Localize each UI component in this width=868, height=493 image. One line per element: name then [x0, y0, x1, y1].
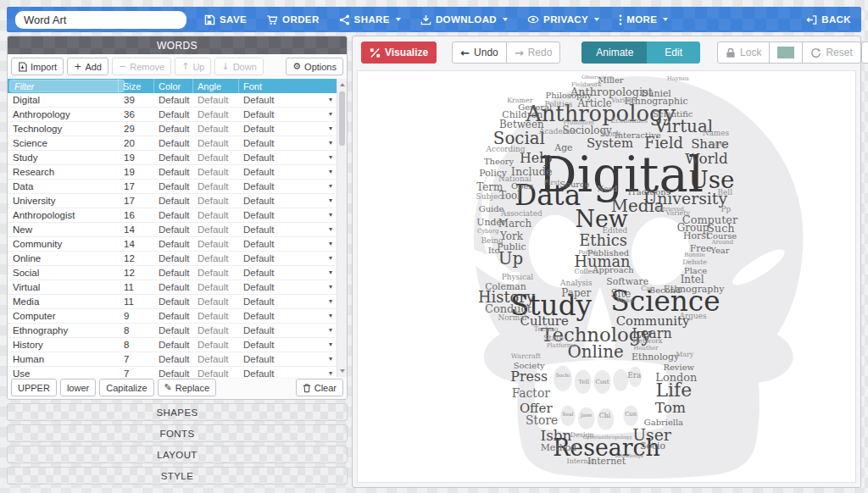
- share-button[interactable]: SHARE: [337, 11, 403, 29]
- font-dropdown-caret[interactable]: ▾: [329, 208, 332, 222]
- edit-button[interactable]: Edit: [647, 42, 700, 64]
- color-cell[interactable]: Default: [153, 367, 192, 377]
- angle-cell[interactable]: Default: [192, 338, 238, 352]
- angle-cell[interactable]: Default: [192, 252, 238, 265]
- table-row[interactable]: Computer9DefaultDefaultDefault▾: [8, 309, 337, 324]
- angle-cell[interactable]: Default: [192, 309, 238, 323]
- angle-cell[interactable]: Default: [192, 151, 238, 164]
- color-cell[interactable]: Default: [153, 108, 192, 121]
- font-cell[interactable]: Default▾: [238, 324, 337, 337]
- section-fonts[interactable]: FONTS: [7, 424, 348, 442]
- font-dropdown-caret[interactable]: ▾: [329, 194, 332, 208]
- angle-cell[interactable]: Default: [192, 352, 238, 366]
- print-button[interactable]: Print: [861, 42, 868, 64]
- table-row[interactable]: Anthropology36DefaultDefaultDefault▾: [8, 108, 337, 122]
- font-cell[interactable]: Default▾: [238, 165, 337, 179]
- angle-cell[interactable]: Default: [192, 194, 238, 208]
- angle-cell[interactable]: Default: [192, 223, 238, 236]
- font-cell[interactable]: Default▾: [238, 108, 337, 121]
- font-dropdown-caret[interactable]: ▾: [329, 180, 332, 193]
- font-cell[interactable]: Default▾: [238, 309, 337, 323]
- color-cell[interactable]: Default: [153, 194, 192, 208]
- section-shapes[interactable]: SHAPES: [7, 403, 348, 421]
- scrollbar-thumb[interactable]: [339, 91, 345, 146]
- more-button[interactable]: MORE: [617, 11, 670, 29]
- font-cell[interactable]: Default▾: [238, 367, 337, 377]
- table-scrollbar[interactable]: [337, 79, 347, 377]
- table-row[interactable]: University17DefaultDefaultDefault▾: [8, 194, 337, 208]
- font-dropdown-caret[interactable]: ▾: [329, 309, 332, 323]
- scrollbar-up-arrow[interactable]: [337, 80, 347, 90]
- remove-button[interactable]: −Remove: [112, 58, 171, 75]
- angle-cell[interactable]: Default: [192, 208, 238, 222]
- table-row[interactable]: Anthropologist16DefaultDefaultDefault▾: [8, 208, 337, 223]
- font-dropdown-caret[interactable]: ▾: [329, 352, 332, 366]
- save-button[interactable]: SAVE: [203, 11, 248, 29]
- uppercase-button[interactable]: UPPER: [11, 379, 57, 396]
- color-cell[interactable]: Default: [153, 136, 192, 150]
- back-button[interactable]: BACK: [804, 11, 853, 29]
- font-dropdown-caret[interactable]: ▾: [329, 151, 332, 164]
- font-cell[interactable]: Default▾: [238, 295, 337, 308]
- font-cell[interactable]: Default▾: [238, 338, 337, 352]
- angle-cell[interactable]: Default: [192, 122, 238, 136]
- font-dropdown-caret[interactable]: ▾: [329, 237, 332, 251]
- font-dropdown-caret[interactable]: ▾: [329, 223, 332, 236]
- table-row[interactable]: Technology29DefaultDefaultDefault▾: [8, 122, 337, 136]
- color-cell[interactable]: Default: [153, 122, 192, 136]
- table-row[interactable]: Study19DefaultDefaultDefault▾: [8, 151, 337, 165]
- color-swatch-button[interactable]: [769, 42, 803, 64]
- color-cell[interactable]: Default: [153, 309, 192, 323]
- color-cell[interactable]: Default: [153, 208, 192, 222]
- font-dropdown-caret[interactable]: ▾: [329, 122, 332, 136]
- table-row[interactable]: Social12DefaultDefaultDefault▾: [8, 266, 337, 280]
- color-cell[interactable]: Default: [153, 280, 192, 294]
- table-row[interactable]: Human7DefaultDefaultDefault▾: [8, 352, 337, 367]
- table-row[interactable]: Science20DefaultDefaultDefault▾: [8, 136, 337, 151]
- font-cell[interactable]: Default▾: [238, 237, 337, 251]
- lowercase-button[interactable]: lower: [60, 379, 96, 396]
- font-dropdown-caret[interactable]: ▾: [329, 367, 332, 377]
- font-cell[interactable]: Default▾: [238, 151, 337, 164]
- table-row[interactable]: History8DefaultDefaultDefault▾: [8, 338, 337, 352]
- angle-cell[interactable]: Default: [192, 266, 238, 280]
- clear-button[interactable]: Clear: [296, 379, 343, 396]
- table-row[interactable]: Research19DefaultDefaultDefault▾: [8, 165, 337, 180]
- angle-cell[interactable]: Default: [192, 136, 238, 150]
- animate-button[interactable]: Animate: [581, 42, 648, 64]
- font-dropdown-caret[interactable]: ▾: [329, 136, 332, 150]
- order-button[interactable]: ORDER: [264, 11, 321, 29]
- privacy-button[interactable]: PRIVACY: [526, 11, 601, 28]
- table-row[interactable]: Community14DefaultDefaultDefault▾: [8, 237, 337, 252]
- table-row[interactable]: New14DefaultDefaultDefault▾: [8, 223, 337, 237]
- table-row[interactable]: Online12DefaultDefaultDefault▾: [8, 252, 337, 266]
- font-cell[interactable]: Default▾: [238, 252, 337, 265]
- color-cell[interactable]: Default: [153, 223, 192, 236]
- table-row[interactable]: Digital39DefaultDefaultDefault▾: [8, 93, 337, 108]
- angle-cell[interactable]: Default: [192, 180, 238, 193]
- font-cell[interactable]: Default▾: [238, 208, 337, 222]
- color-cell[interactable]: Default: [153, 180, 192, 193]
- font-cell[interactable]: Default▾: [238, 180, 337, 193]
- capitalize-button[interactable]: Capitalize: [99, 379, 153, 396]
- font-dropdown-caret[interactable]: ▾: [329, 295, 332, 308]
- font-dropdown-caret[interactable]: ▾: [329, 165, 332, 179]
- font-cell[interactable]: Default▾: [238, 352, 337, 366]
- replace-button[interactable]: ✎Replace: [158, 379, 217, 396]
- scrollbar-down-arrow[interactable]: [337, 366, 347, 376]
- font-dropdown-caret[interactable]: ▾: [329, 266, 332, 280]
- font-dropdown-caret[interactable]: ▾: [329, 280, 332, 294]
- color-cell[interactable]: Default: [153, 93, 192, 107]
- font-dropdown-caret[interactable]: ▾: [329, 324, 332, 337]
- font-dropdown-caret[interactable]: ▾: [329, 93, 332, 107]
- angle-cell[interactable]: Default: [192, 324, 238, 337]
- color-cell[interactable]: Default: [153, 237, 192, 251]
- down-button[interactable]: ↓Down: [214, 58, 263, 75]
- lock-button[interactable]: Lock: [717, 42, 770, 64]
- font-dropdown-caret[interactable]: ▾: [329, 338, 332, 352]
- font-cell[interactable]: Default▾: [238, 280, 337, 294]
- add-button[interactable]: +Add: [67, 58, 108, 75]
- angle-cell[interactable]: Default: [192, 295, 238, 308]
- download-button[interactable]: DOWNLOAD: [419, 11, 509, 29]
- visualize-button[interactable]: Visualize: [361, 42, 437, 64]
